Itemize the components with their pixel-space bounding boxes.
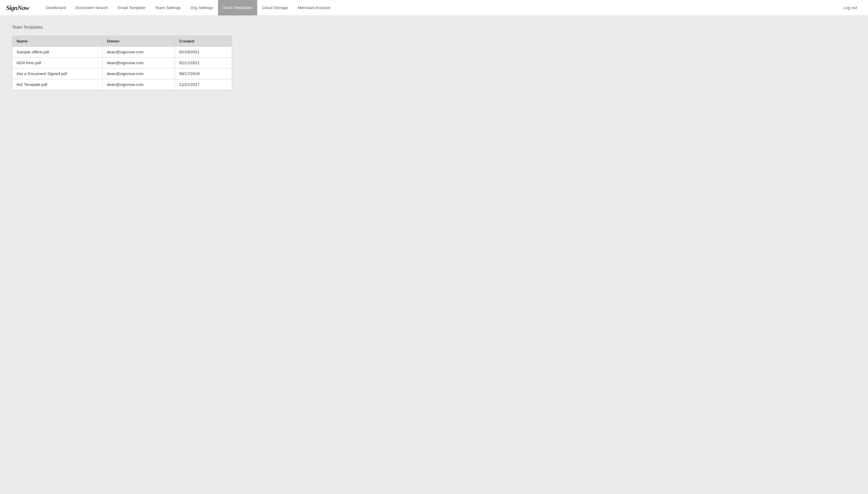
cell-owner: dean@signnow.com	[102, 58, 175, 69]
nav-item-email-template[interactable]: Email Template	[113, 0, 150, 15]
nav-item-cloud-storage[interactable]: Cloud Storage	[257, 0, 293, 15]
nav-item-org-settings[interactable]: Org Settings	[186, 0, 218, 15]
cell-created: 02/19/2021	[175, 47, 232, 58]
cell-name: Sample offline.pdf	[12, 47, 102, 58]
header: SignNow Dashboard Document Search Email …	[0, 0, 868, 16]
nav-item-merchant-account[interactable]: Merchant Account	[293, 0, 335, 15]
page-content: Team Templates Name Owner Created Sample…	[0, 16, 868, 99]
cell-created: 02/11/2021	[175, 58, 232, 69]
nav-item-team-settings[interactable]: Team Settings	[150, 0, 186, 15]
table-row[interactable]: fw2 Template.pdfdean@signnow.com12/21/20…	[12, 79, 232, 90]
cell-created: 12/21/2017	[175, 79, 232, 90]
cell-name: fw2 Template.pdf	[12, 79, 102, 90]
nav: Dashboard Document Search Email Template…	[41, 0, 862, 15]
table-header-row: Name Owner Created	[12, 36, 232, 47]
nav-item-logout[interactable]: Log out	[839, 0, 862, 15]
table-row[interactable]: Get a Document Signed.pdfdean@signnow.co…	[12, 69, 232, 79]
cell-owner: dean@signnow.com	[102, 47, 175, 58]
logo: SignNow	[6, 4, 29, 12]
page-title: Team Templates	[12, 25, 856, 30]
table-row[interactable]: Sample offline.pdfdean@signnow.com02/19/…	[12, 47, 232, 58]
cell-owner: dean@signnow.com	[102, 69, 175, 79]
nav-item-document-search[interactable]: Document Search	[71, 0, 113, 15]
cell-owner: dean@signnow.com	[102, 79, 175, 90]
nav-item-team-templates[interactable]: Team Templates	[218, 0, 257, 15]
cell-name: Get a Document Signed.pdf	[12, 69, 102, 79]
column-header-name: Name	[12, 36, 102, 47]
templates-table: Name Owner Created Sample offline.pdfdea…	[12, 36, 232, 90]
column-header-owner: Owner	[102, 36, 175, 47]
table-row[interactable]: NDA form.pdfdean@signnow.com02/11/2021	[12, 58, 232, 69]
column-header-created: Created	[175, 36, 232, 47]
nav-item-dashboard[interactable]: Dashboard	[41, 0, 71, 15]
cell-created: 09/17/2019	[175, 69, 232, 79]
cell-name: NDA form.pdf	[12, 58, 102, 69]
